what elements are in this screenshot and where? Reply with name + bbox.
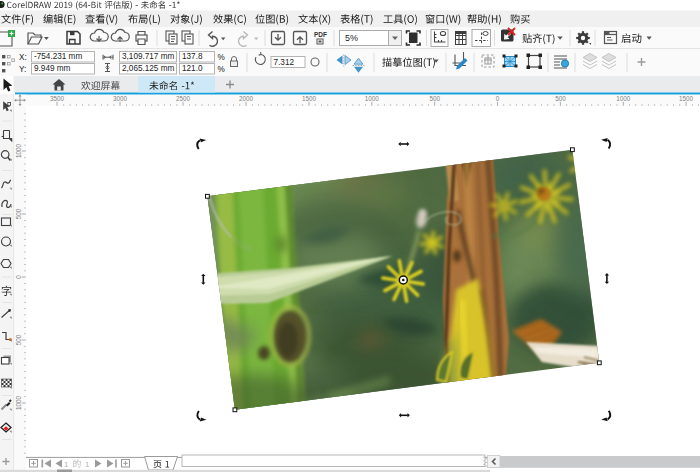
svg-text:1500: 1500 xyxy=(302,95,317,102)
svg-text:%: % xyxy=(218,65,225,74)
svg-text:2500: 2500 xyxy=(176,95,191,102)
svg-text:Y:: Y: xyxy=(19,65,26,74)
svg-text:2,065.125 mm: 2,065.125 mm xyxy=(122,64,175,73)
svg-text:%: % xyxy=(218,53,225,62)
svg-text:1000: 1000 xyxy=(616,95,631,102)
svg-text:2000: 2000 xyxy=(239,95,254,102)
svg-text:-754.231 mm: -754.231 mm xyxy=(34,52,82,61)
svg-text:500: 500 xyxy=(555,95,566,102)
svg-text:5%: 5% xyxy=(345,33,358,43)
svg-text:7.312: 7.312 xyxy=(274,58,295,67)
svg-text:1000: 1000 xyxy=(365,95,380,102)
svg-text:137.8: 137.8 xyxy=(182,52,203,61)
svg-text:X:: X: xyxy=(19,53,27,62)
svg-text:1: 1 xyxy=(85,460,90,469)
svg-text:500: 500 xyxy=(15,334,22,345)
svg-text:1: 1 xyxy=(64,460,69,469)
svg-text:500: 500 xyxy=(15,208,22,219)
svg-text:PDF: PDF xyxy=(314,31,327,38)
svg-text:3500: 3500 xyxy=(50,95,65,102)
svg-text:3000: 3000 xyxy=(113,95,128,102)
svg-text:500: 500 xyxy=(429,95,440,102)
svg-text:0: 0 xyxy=(496,95,500,102)
svg-text:1000: 1000 xyxy=(15,144,22,159)
svg-text:3,109.717 mm: 3,109.717 mm xyxy=(122,52,175,61)
svg-text:0: 0 xyxy=(15,275,22,279)
svg-text:9.949 mm: 9.949 mm xyxy=(34,64,71,73)
svg-text:1500: 1500 xyxy=(679,95,694,102)
svg-text:1000: 1000 xyxy=(15,396,22,411)
svg-text:121.0: 121.0 xyxy=(182,64,203,73)
